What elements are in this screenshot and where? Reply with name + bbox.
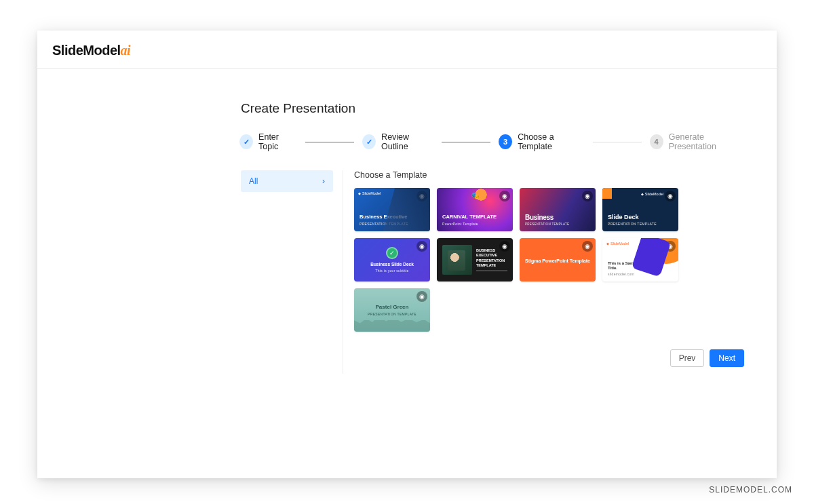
step-review-outline[interactable]: Review Outline [362, 132, 433, 151]
preview-icon[interactable]: ◉ [499, 191, 510, 201]
template-subtitle: This is your subtitle [375, 269, 408, 273]
template-card[interactable]: SlideModel ◉ Slide Deck PRESENTATION TEM… [602, 188, 678, 231]
step-label: Enter Topic [258, 132, 297, 151]
card-photo [442, 245, 472, 275]
sidebar-item-label: All [249, 176, 258, 186]
template-subtitle: PRESENTATION TEMPLATE [368, 312, 416, 316]
preview-icon[interactable]: ◉ [416, 291, 427, 302]
check-badge-icon: ✓ [386, 247, 398, 259]
preview-icon[interactable]: ◉ [582, 241, 593, 252]
prev-button[interactable]: Prev [670, 349, 705, 367]
app-window: SlideModelai Create Presentation Enter T… [37, 31, 777, 478]
chevron-right-icon: › [322, 176, 325, 186]
brand-logo: SlideModelai [52, 43, 130, 58]
template-title: Business Slide Deck [370, 262, 414, 267]
step-number: 3 [499, 134, 512, 149]
template-card[interactable]: 🎭 ◉ CARNIVAL TEMPLATE PowerPoint Templat… [437, 188, 513, 231]
check-icon [362, 134, 376, 149]
step-choose-template[interactable]: 3 Choose a Template [499, 132, 585, 151]
step-connector [593, 142, 642, 142]
check-icon [239, 134, 253, 149]
card-brand-badge: SlideModel [641, 192, 663, 196]
template-subtitle: PowerPoint Template [442, 222, 507, 226]
preview-icon[interactable]: ◉ [416, 241, 427, 252]
template-card[interactable]: SlideModel ◉ Business Executive PRESENTA… [354, 188, 430, 231]
preview-icon[interactable]: ◉ [416, 191, 427, 201]
template-card[interactable]: ◉ Stigma PowerPoint Template [520, 238, 596, 282]
step-label: Choose a Template [518, 132, 584, 151]
preview-icon[interactable]: ◉ [499, 241, 510, 252]
template-card[interactable]: SlideModel ◉ This is a Sample Title. Ins… [602, 238, 678, 282]
templates-panel: Choose a Template SlideModel ◉ Business … [343, 170, 747, 374]
next-button[interactable]: Next [710, 349, 744, 367]
template-title: Business [525, 214, 590, 221]
section-title: Choose a Template [354, 170, 747, 180]
template-title: This is a Sample Title. Insert Title. [608, 261, 673, 271]
template-subtitle: PRESENTATION TEMPLATE [608, 222, 673, 226]
template-subtitle: slidemodel.com [608, 272, 673, 276]
divider [476, 270, 507, 271]
card-brand-badge: SlideModel [358, 191, 381, 195]
template-title: Stigma PowerPoint Template [525, 258, 590, 264]
step-label: Generate Presentation [669, 132, 747, 151]
template-subtitle: PRESENTATION TEMPLATE [525, 222, 590, 226]
app-header: SlideModelai [37, 31, 777, 69]
template-title: Business Executive [360, 214, 425, 220]
mask-icon: 🎭 [471, 192, 479, 199]
template-grid: SlideModel ◉ Business Executive PRESENTA… [354, 188, 747, 332]
brand-suffix: ai [121, 43, 131, 58]
template-subtitle: PRESENTATION TEMPLATE [360, 222, 425, 226]
template-card[interactable]: ◉ ✓ Business Slide Deck This is your sub… [354, 238, 430, 282]
step-enter-topic[interactable]: Enter Topic [239, 132, 297, 151]
template-card[interactable]: ◉ BUSINESS EXECUTIVE PRESENTATION TEMPLA… [437, 238, 513, 282]
wizard-nav: Prev Next [354, 349, 747, 367]
step-label: Review Outline [381, 132, 433, 151]
page-title: Create Presentation [241, 101, 747, 116]
step-number: 4 [650, 134, 663, 149]
template-title: Slide Deck [608, 214, 673, 220]
template-card[interactable]: ◉ Business PRESENTATION TEMPLATE [520, 188, 596, 231]
preview-icon[interactable]: ◉ [665, 241, 676, 252]
template-card[interactable]: ◉ Pastel Green PRESENTATION TEMPLATE [354, 288, 430, 332]
preview-icon[interactable]: ◉ [665, 191, 676, 201]
main-content: Create Presentation Enter Topic Review O… [37, 69, 777, 374]
category-sidebar: All › [241, 170, 333, 374]
step-generate: 4 Generate Presentation [650, 132, 747, 151]
page-watermark: SLIDEMODEL.COM [709, 485, 792, 495]
template-title: Pastel Green [376, 304, 409, 310]
template-title: CARNIVAL TEMPLATE [442, 214, 507, 220]
wizard-stepper: Enter Topic Review Outline 3 Choose a Te… [239, 132, 747, 151]
template-picker: All › Choose a Template SlideModel ◉ Bus… [241, 170, 747, 374]
step-connector [305, 142, 354, 142]
card-brand-badge: SlideModel [606, 241, 629, 246]
brand-name: SlideModel [52, 43, 121, 58]
preview-icon[interactable]: ◉ [582, 191, 593, 201]
sidebar-item-all[interactable]: All › [241, 170, 333, 192]
step-connector [442, 142, 490, 142]
